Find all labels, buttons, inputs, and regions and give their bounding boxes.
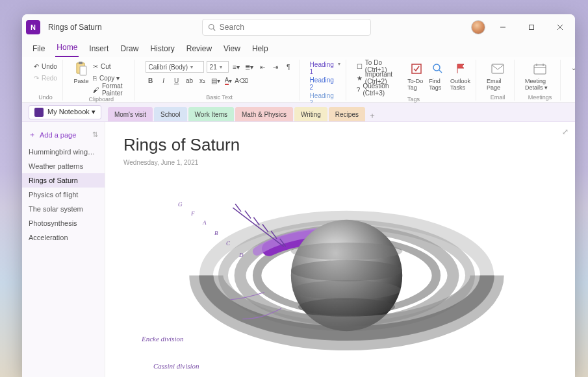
ring-label: B	[214, 230, 218, 236]
svg-point-26	[298, 298, 395, 316]
ribbon-group-undo: ↶ Undo ↷ Redo Undo	[29, 60, 63, 101]
annotation-encke: Encke division	[142, 335, 183, 343]
outlook-tasks-button[interactable]: Outlook Tasks	[450, 61, 470, 91]
tab-draw[interactable]: Draw	[119, 42, 140, 57]
find-tags-button[interactable]: Find Tags	[429, 61, 446, 91]
tag-important-row[interactable]: ★ Important (Ctrl+2)	[357, 73, 403, 83]
expand-icon[interactable]: ⤢	[562, 127, 569, 136]
saturn-figure: G F A B C D Encke division Cassini divis…	[131, 174, 562, 377]
minimize-button[interactable]	[492, 18, 514, 37]
search-icon	[208, 23, 216, 31]
search-box[interactable]: Search	[202, 19, 371, 36]
section-tabs: Mom's visit School Work Items Math & Phy…	[108, 103, 378, 121]
undo-button[interactable]: ↶ Undo	[34, 61, 57, 71]
highlight-button[interactable]: ▤▾	[211, 75, 221, 86]
svg-rect-3	[530, 25, 534, 30]
paragraph-button[interactable]: ¶	[283, 62, 294, 72]
section-tab[interactable]: School	[154, 107, 187, 121]
tab-help[interactable]: Help	[251, 42, 270, 57]
user-avatar[interactable]	[471, 20, 485, 34]
app-icon: N	[26, 20, 40, 34]
page-list: ＋Add a page ⇅ Hummingbird wing… Weather …	[22, 122, 105, 377]
paste-button[interactable]: Paste	[73, 61, 89, 84]
section-tab[interactable]: Mom's visit	[108, 107, 153, 121]
page-canvas[interactable]: ⤢ Rings of Saturn Wednesday, June 1, 202…	[105, 122, 575, 377]
page-item[interactable]: Hummingbird wing…	[22, 145, 105, 159]
numbering-button[interactable]: ≣▾	[244, 62, 255, 72]
page-item[interactable]: Acceleration	[22, 230, 105, 245]
tag-todo-row[interactable]: ☐ To Do (Ctrl+1)	[357, 61, 403, 71]
svg-point-23	[291, 243, 402, 260]
outdent-button[interactable]: ⇤	[257, 62, 268, 72]
svg-rect-7	[79, 62, 83, 64]
search-placeholder: Search	[220, 23, 244, 32]
page-title[interactable]: Rings of Saturn	[123, 135, 557, 155]
clear-format-button[interactable]: A⌫	[236, 75, 247, 86]
todo-tag-button[interactable]: To-Do Tag	[407, 61, 425, 91]
sort-icon[interactable]: ⇅	[92, 130, 98, 139]
section-tab[interactable]: Math & Physics	[235, 107, 293, 121]
font-size-select[interactable]: 21▾	[207, 61, 229, 73]
svg-point-0	[209, 25, 214, 30]
subscript-button[interactable]: x₂	[198, 75, 208, 86]
email-icon	[490, 61, 505, 77]
page-item[interactable]: The solar system	[22, 202, 105, 216]
tab-home[interactable]: Home	[55, 40, 79, 57]
format-painter-button[interactable]: 🖌 Format Painter	[93, 84, 129, 95]
cut-button[interactable]: ✂ Cut	[93, 61, 129, 71]
tab-review[interactable]: Review	[185, 42, 213, 57]
maximize-button[interactable]	[520, 18, 543, 37]
paste-icon	[73, 61, 89, 77]
ring-label: C	[226, 240, 230, 247]
svg-line-1	[213, 29, 215, 30]
underline-button[interactable]: U	[172, 75, 182, 86]
redo-button[interactable]: ↷ Redo	[34, 73, 57, 83]
style-heading2[interactable]: Heading 2	[310, 77, 334, 91]
notebook-bar: My Notebook ▾ Mom's visit School Work It…	[22, 103, 575, 122]
ribbon-group-email: Email Page Email	[481, 60, 515, 101]
copy-button[interactable]: ⎘ Copy ▾	[93, 73, 129, 83]
email-page-button[interactable]: Email Page	[487, 61, 509, 91]
ribbon-group-meetings: Meeting Details ▾ Meetings	[520, 60, 561, 101]
ring-label: A	[203, 219, 207, 226]
flag-icon	[453, 61, 468, 77]
title-bar: N Rings of Saturn Search	[22, 14, 575, 40]
ribbon-group-styles: Heading 1 Heading 2 Heading 3 ▾ Styles	[305, 60, 346, 101]
tab-file[interactable]: File	[31, 42, 46, 57]
ring-label: D	[239, 252, 244, 258]
styles-expand[interactable]: ▾	[338, 61, 340, 67]
checkbox-icon	[409, 61, 424, 77]
style-heading1[interactable]: Heading 1	[310, 61, 334, 75]
tab-insert[interactable]: Insert	[88, 42, 110, 57]
find-tags-icon	[430, 61, 446, 77]
section-tab[interactable]: Writing	[294, 107, 327, 121]
add-section-button[interactable]: ＋	[366, 110, 378, 121]
notebook-select[interactable]: My Notebook ▾	[29, 105, 101, 119]
page-item[interactable]: Photosynthesis	[22, 216, 105, 230]
tab-history[interactable]: History	[149, 42, 175, 57]
section-tab[interactable]: Work Items	[188, 107, 234, 121]
meeting-details-button[interactable]: Meeting Details ▾	[525, 61, 555, 91]
tab-view[interactable]: View	[222, 42, 242, 57]
fontcolor-button[interactable]: A▾	[224, 75, 234, 86]
svg-rect-9	[412, 64, 421, 73]
section-tab[interactable]: Recipes	[329, 107, 365, 121]
svg-rect-8	[80, 66, 86, 75]
close-button[interactable]	[549, 18, 571, 37]
italic-button[interactable]: I	[159, 75, 169, 86]
bold-button[interactable]: B	[146, 75, 156, 86]
strike-button[interactable]: ab	[185, 75, 195, 86]
font-name-select[interactable]: Calibri (Body)▾	[146, 61, 204, 73]
bullets-button[interactable]: ≡▾	[231, 62, 242, 72]
page-item[interactable]: Physics of flight	[22, 188, 105, 202]
svg-rect-12	[492, 64, 504, 73]
page-item[interactable]: Rings of Saturn	[22, 173, 105, 188]
add-page-button[interactable]: ＋Add a page ⇅	[22, 127, 105, 145]
app-window: N Rings of Saturn Search File Home Inser…	[22, 14, 575, 377]
ribbon-collapse[interactable]: ⌄	[571, 62, 575, 73]
page-item[interactable]: Weather patterns	[22, 159, 105, 173]
indent-button[interactable]: ⇥	[270, 62, 281, 72]
tag-question-row[interactable]: ? Question (Ctrl+3)	[357, 84, 403, 95]
notebook-icon	[34, 108, 44, 117]
plus-icon: ＋	[29, 130, 36, 140]
